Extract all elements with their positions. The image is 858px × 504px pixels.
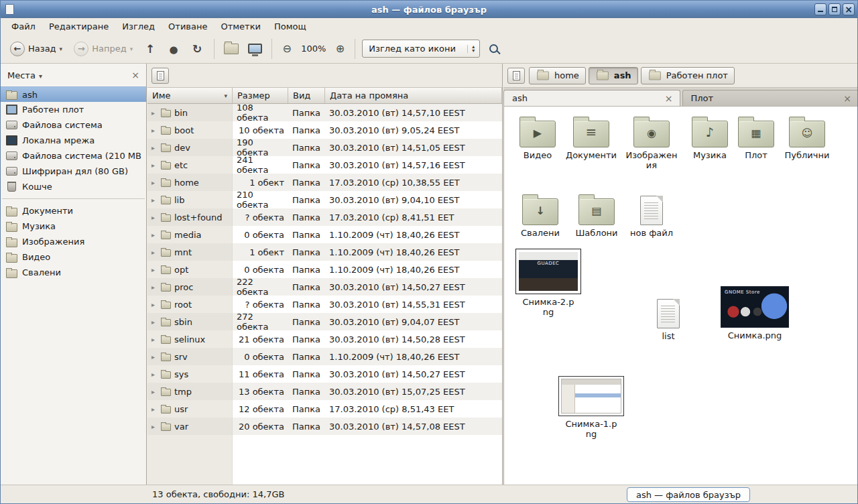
path-button[interactable]: home [529, 67, 586, 84]
icon-view-item[interactable]: Публични [780, 115, 834, 161]
expander-icon[interactable] [151, 318, 158, 326]
forward-button[interactable]: Напред [70, 39, 137, 59]
expander-icon[interactable] [151, 353, 158, 361]
expander-icon[interactable] [151, 249, 158, 256]
column-header-date[interactable]: Дата на промяна [325, 88, 502, 103]
sys[interactable]: sys 11 обекта Папка 30.03.2010 (вт) 14,5… [147, 365, 502, 383]
expander-icon[interactable] [151, 109, 158, 117]
sidebar-item[interactable]: Файлова система (210 MB) [1, 148, 146, 164]
column-header-type[interactable]: Вид [288, 88, 325, 103]
sidebar-item[interactable]: Кошче [1, 179, 146, 194]
sidebar-item[interactable]: Файлова система [1, 117, 146, 133]
icon-view-item[interactable]: Документи [564, 115, 618, 161]
tab-close-icon[interactable] [842, 93, 853, 104]
icon-view-item[interactable]: Музика [686, 115, 733, 161]
sidebar-item[interactable]: Видео [1, 249, 146, 265]
expander-icon[interactable] [151, 336, 158, 343]
path-button[interactable]: ash [589, 67, 638, 84]
menu-item[interactable]: Файл [5, 19, 42, 34]
maximize-button[interactable] [829, 3, 841, 15]
column-header-name[interactable]: Име [147, 88, 233, 103]
icon-view-item[interactable]: Плот [735, 115, 778, 161]
up-button[interactable] [140, 39, 160, 59]
media[interactable]: media 0 обекта Папка 1.10.2009 (чт) 18,4… [147, 226, 502, 243]
expander-icon[interactable] [151, 162, 158, 169]
tab-close-icon[interactable] [664, 93, 674, 104]
menu-item[interactable]: Редактиране [42, 19, 115, 34]
expander-icon[interactable] [151, 405, 158, 413]
reload-button[interactable] [187, 39, 207, 59]
icon-view-item[interactable]: GUADEC Снимка-2.png [513, 249, 583, 318]
expander-icon[interactable] [151, 127, 158, 134]
path-button[interactable]: Работен плот [641, 67, 735, 84]
lost+found[interactable]: lost+found ? обекта Папка 17.03.2010 (ср… [147, 208, 502, 226]
close-button[interactable] [843, 3, 855, 15]
sbin[interactable]: sbin 272 обекта Папка 30.03.2010 (вт) 9,… [147, 313, 502, 330]
expander-icon[interactable] [151, 301, 158, 308]
icon-view-item[interactable]: GNOME Store Снимка.png [719, 286, 791, 341]
expander-icon[interactable] [151, 284, 158, 291]
root[interactable]: root ? обекта Папка 30.03.2010 (вт) 14,5… [147, 296, 502, 313]
back-history-dropdown-icon[interactable] [60, 46, 63, 52]
sidebar-item[interactable]: Работен плот [1, 102, 146, 117]
mnt[interactable]: mnt 1 обект Папка 1.10.2009 (чт) 18,40,2… [147, 243, 502, 261]
expander-icon[interactable] [151, 371, 158, 378]
menu-item[interactable]: Изглед [115, 19, 162, 34]
stop-button[interactable] [164, 39, 184, 59]
sidebar-item[interactable]: ash [1, 86, 146, 102]
menu-item[interactable]: Отметки [214, 19, 267, 34]
expander-icon[interactable] [151, 144, 158, 151]
sidebar-item[interactable]: Музика [1, 218, 146, 234]
chevron-down-icon[interactable] [39, 70, 42, 80]
icon-view-item[interactable]: Видео [511, 115, 564, 161]
sidebar-item[interactable]: Локална мрежа [1, 133, 146, 148]
titlebar[interactable]: ash — файлов браузър [1, 1, 857, 18]
boot[interactable]: boot 10 обекта Папка 30.03.2010 (вт) 9,0… [147, 121, 502, 139]
icon-view-item[interactable]: list [645, 296, 692, 342]
icon-view-item[interactable]: нов файл [625, 192, 678, 239]
home-button[interactable] [221, 39, 241, 59]
computer-button[interactable] [245, 39, 265, 59]
sidebar-close-icon[interactable] [130, 70, 141, 80]
icon-view-item[interactable]: Шаблони [570, 192, 623, 239]
icon-view-item[interactable]: Свалени [513, 192, 567, 239]
zoom-in-button[interactable] [332, 41, 348, 57]
selinux[interactable]: selinux 21 обекта Папка 30.03.2010 (вт) … [147, 330, 502, 348]
tab[interactable]: ash [503, 90, 680, 106]
expander-icon[interactable] [151, 231, 158, 239]
sidebar-item[interactable]: Шифриран дял (80 GB) [1, 164, 146, 179]
sidebar-item[interactable]: Изображения [1, 234, 146, 249]
view-mode-select[interactable]: Изглед като икони [362, 40, 480, 58]
etc[interactable]: etc 241 обекта Папка 30.03.2010 (вт) 14,… [147, 156, 502, 174]
tmp[interactable]: tmp 13 обекта Папка 30.03.2010 (вт) 15,0… [147, 383, 502, 400]
menu-item[interactable]: Отиване [162, 19, 214, 34]
proc[interactable]: proc 222 обекта Папка 30.03.2010 (вт) 14… [147, 278, 502, 296]
sidebar-item[interactable]: Документи [1, 203, 146, 218]
expander-icon[interactable] [151, 196, 158, 204]
back-button[interactable]: Назад [6, 39, 66, 59]
var[interactable]: var 20 обекта Папка 30.03.2010 (вт) 14,5… [147, 418, 502, 435]
icon-view[interactable]: Видео Документи Изображения [503, 107, 858, 486]
zoom-out-button[interactable] [279, 41, 295, 57]
menu-item[interactable]: Помощ [267, 19, 313, 34]
taskbar-window-button[interactable]: ash — файлов браузър [627, 487, 750, 502]
bin[interactable]: bin 108 обекта Папка 30.03.2010 (вт) 14,… [147, 104, 502, 121]
icon-view-item[interactable]: Изображения [623, 115, 680, 171]
usr[interactable]: usr 12 обекта Папка 17.03.2010 (ср) 8,51… [147, 400, 502, 418]
lib[interactable]: lib 210 обекта Папка 30.03.2010 (вт) 9,0… [147, 191, 502, 208]
location-toggle-button[interactable] [151, 68, 169, 84]
expander-icon[interactable] [151, 214, 158, 221]
expander-icon[interactable] [151, 388, 158, 395]
column-header-size[interactable]: Размер [233, 88, 288, 103]
tab[interactable]: Плот [682, 90, 858, 106]
minimize-button[interactable] [814, 3, 826, 15]
sidebar-item[interactable]: Свалени [1, 265, 146, 280]
dev[interactable]: dev 190 обекта Папка 30.03.2010 (вт) 14,… [147, 139, 502, 156]
home[interactable]: home 1 обект Папка 17.03.2010 (ср) 10,38… [147, 174, 502, 191]
search-button[interactable] [483, 39, 503, 59]
icon-view-item[interactable]: Снимка-1.png [556, 376, 626, 440]
location-toggle-button[interactable] [507, 68, 525, 84]
opt[interactable]: opt 0 обекта Папка 1.10.2009 (чт) 18,40,… [147, 261, 502, 278]
expander-icon[interactable] [151, 179, 158, 186]
srv[interactable]: srv 0 обекта Папка 1.10.2009 (чт) 18,40,… [147, 348, 502, 365]
